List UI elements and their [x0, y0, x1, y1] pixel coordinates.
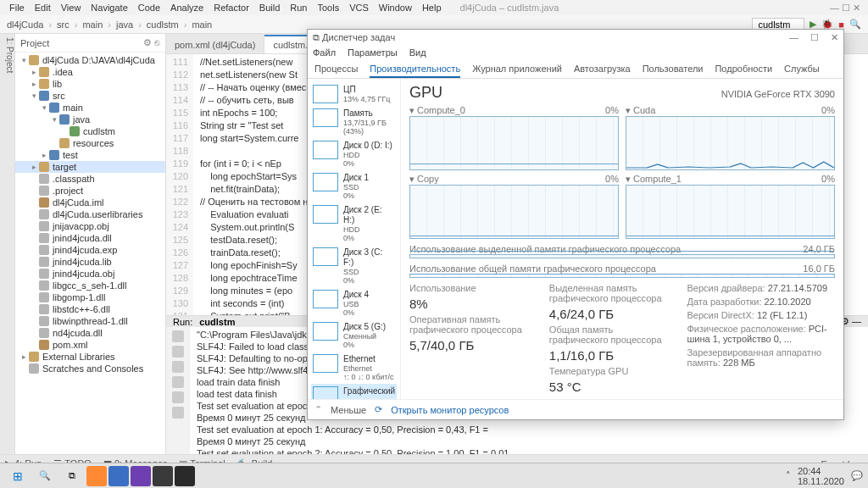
stop-icon[interactable]: ■: [838, 19, 844, 30]
app-icon[interactable]: [108, 466, 129, 486]
menu-view[interactable]: View: [57, 1, 86, 14]
tree-item[interactable]: ▾src: [15, 90, 165, 102]
device-item[interactable]: Диск 3 (C: F:)SSD0%: [311, 245, 397, 287]
tree-item[interactable]: ▸.idea: [15, 66, 165, 78]
tm-tab-apphistory[interactable]: Журнал приложений: [472, 60, 562, 78]
tree-item[interactable]: .classpath: [15, 173, 165, 185]
app-icon[interactable]: [86, 466, 107, 486]
tray-clock[interactable]: 20:4418.11.2020: [798, 466, 844, 486]
crumb[interactable]: cudlstm: [147, 19, 179, 30]
up-icon[interactable]: [172, 361, 184, 373]
device-item[interactable]: Диск 5 (G:)Сменный0%: [311, 319, 397, 352]
tm-tab-performance[interactable]: Производительность: [370, 60, 460, 78]
app-icon[interactable]: [153, 466, 173, 486]
project-tree[interactable]: ▾dl4jCuda D:\JAVA\dl4jCuda▸.idea▸lib▾src…: [15, 53, 165, 454]
device-item[interactable]: Диск 4USB0%: [311, 287, 397, 319]
menu-window[interactable]: Window: [375, 1, 416, 14]
device-item[interactable]: Диск 2 (E: H:)HDD0%: [311, 202, 397, 245]
windows-taskbar[interactable]: ⊞ 🔍 ⧉ ˄ 20:4418.11.2020 💬: [0, 463, 868, 488]
tree-item[interactable]: jnijavacpp.obj: [15, 220, 165, 232]
crumb[interactable]: main: [82, 19, 103, 30]
search-icon[interactable]: 🔍: [32, 466, 58, 486]
menu-help[interactable]: Help: [418, 1, 446, 14]
tree-item[interactable]: ▸External Libraries: [15, 351, 165, 363]
menu-tools[interactable]: Tools: [313, 1, 343, 14]
print-icon[interactable]: [172, 407, 184, 419]
tree-item[interactable]: jnind4jcuda.lib: [15, 256, 165, 268]
menu-refactor[interactable]: Refactor: [209, 1, 253, 14]
ide-menubar[interactable]: File Edit View Navigate Code Analyze Ref…: [0, 0, 868, 15]
tm-tab-processes[interactable]: Процессы: [314, 60, 358, 78]
menu-vcs[interactable]: VCS: [345, 1, 373, 14]
tree-item[interactable]: pom.xml: [15, 339, 165, 351]
fewer-details[interactable]: Меньше: [331, 405, 366, 415]
maximize-icon[interactable]: ☐: [810, 32, 819, 43]
tm-menubar[interactable]: Файл Параметры Вид: [308, 45, 843, 60]
device-item[interactable]: ЦП13% 4,75 ГГц: [311, 82, 397, 106]
crumb[interactable]: dl4jCuda: [7, 19, 43, 30]
tree-item[interactable]: cudlstm: [15, 125, 165, 137]
tree-item[interactable]: libgcc_s_seh-1.dll: [15, 280, 165, 291]
tm-menu-view[interactable]: Вид: [409, 47, 426, 58]
tray-up-icon[interactable]: ˄: [786, 470, 791, 481]
crumb[interactable]: src: [57, 19, 70, 30]
start-icon[interactable]: ⊞: [5, 466, 31, 486]
tree-item[interactable]: resources: [15, 137, 165, 149]
crumb[interactable]: main: [192, 19, 212, 30]
tree-item[interactable]: nd4jcuda.dll: [15, 327, 165, 339]
tree-item[interactable]: ▸lib: [15, 78, 165, 90]
rerun-icon[interactable]: [172, 330, 184, 342]
tm-tab-details[interactable]: Подробности: [715, 60, 772, 78]
menu-code[interactable]: Code: [134, 1, 164, 14]
tree-item[interactable]: ▸test: [15, 149, 165, 161]
run-toolbar[interactable]: [166, 327, 190, 473]
search-icon[interactable]: 🔍: [849, 19, 861, 30]
app-icon[interactable]: [131, 466, 151, 486]
tm-menu-file[interactable]: Файл: [313, 47, 336, 58]
device-item[interactable]: Память13,7/31,9 ГБ (43%): [311, 106, 397, 138]
close-icon[interactable]: ✕: [831, 32, 838, 43]
tree-item[interactable]: jnind4jcuda.obj: [15, 268, 165, 280]
stop-icon[interactable]: [172, 346, 184, 358]
tree-item[interactable]: ▾main: [15, 102, 165, 114]
tm-tabs[interactable]: Процессы Производительность Журнал прило…: [308, 60, 843, 79]
tree-item[interactable]: ▾dl4jCuda D:\JAVA\dl4jCuda: [15, 54, 165, 66]
task-manager-window[interactable]: ⧉ Диспетчер задач — ☐ ✕ Файл Параметры В…: [307, 29, 844, 420]
tree-item[interactable]: ▸target: [15, 161, 165, 173]
menu-analyze[interactable]: Analyze: [166, 1, 208, 14]
wrap-icon[interactable]: [172, 391, 184, 403]
down-icon[interactable]: [172, 376, 184, 388]
menu-build[interactable]: Build: [255, 1, 284, 14]
crumb[interactable]: java: [116, 19, 133, 30]
menu-run[interactable]: Run: [286, 1, 311, 14]
tree-item[interactable]: .project: [15, 185, 165, 197]
tm-tab-users[interactable]: Пользователи: [643, 60, 704, 78]
open-resmon-link[interactable]: Открыть монитор ресурсов: [391, 405, 509, 415]
tm-tab-services[interactable]: Службы: [784, 60, 820, 78]
taskview-icon[interactable]: ⧉: [59, 466, 85, 486]
notification-icon[interactable]: 💬: [851, 470, 863, 481]
collapse-icon[interactable]: ⌃: [314, 404, 322, 415]
tree-item[interactable]: libwinpthread-1.dll: [15, 315, 165, 327]
project-tool-tab[interactable]: 1: Project: [0, 34, 15, 454]
tree-item[interactable]: libstdc++-6.dll: [15, 303, 165, 315]
device-item[interactable]: Диск 0 (D: I:)HDD0%: [311, 138, 397, 170]
device-item[interactable]: EthernetEthernet↑: 0 ↓: 0 кбит/с: [311, 352, 397, 384]
menu-file[interactable]: File: [5, 1, 29, 14]
tree-item[interactable]: libgomp-1.dll: [15, 291, 165, 303]
device-item[interactable]: Диск 1SSD0%: [311, 170, 397, 202]
tm-tab-startup[interactable]: Автозагрузка: [574, 60, 631, 78]
tree-item[interactable]: dl4jCuda.iml: [15, 197, 165, 208]
tree-item[interactable]: dl4jCuda.userlibraries: [15, 208, 165, 220]
tab-pom[interactable]: pom.xml (dl4jCuda): [166, 36, 264, 53]
minimize-icon[interactable]: —: [789, 32, 798, 43]
tree-item[interactable]: jnind4jcuda.exp: [15, 244, 165, 256]
tm-titlebar[interactable]: ⧉ Диспетчер задач — ☐ ✕: [308, 30, 843, 45]
tree-item[interactable]: jnind4jcuda.dll: [15, 232, 165, 244]
device-list[interactable]: ЦП13% 4,75 ГГцПамять13,7/31,9 ГБ (43%)Ди…: [308, 79, 401, 399]
menu-navigate[interactable]: Navigate: [86, 1, 131, 14]
tm-menu-options[interactable]: Параметры: [348, 47, 398, 58]
device-item[interactable]: Графический проNVIDIA GeForce RTX 3098% …: [311, 384, 397, 399]
tree-item[interactable]: Scratches and Consoles: [15, 363, 165, 374]
menu-edit[interactable]: Edit: [31, 1, 55, 14]
